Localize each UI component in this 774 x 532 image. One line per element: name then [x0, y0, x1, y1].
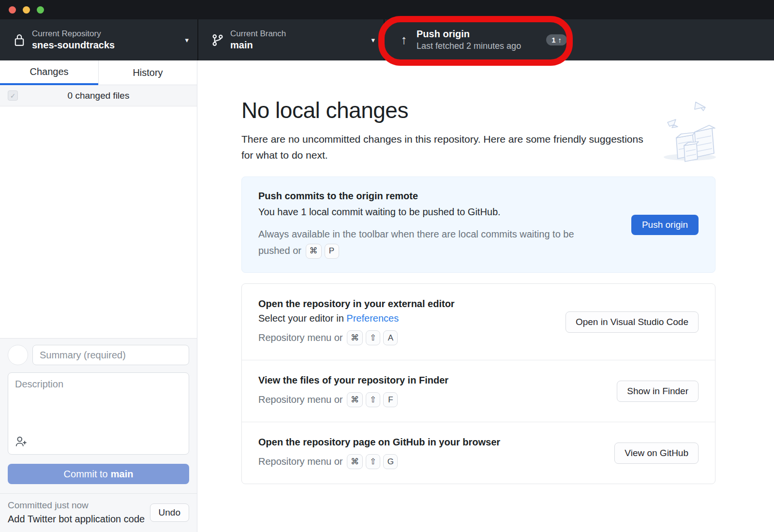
command-key-icon: ⌘ [347, 454, 363, 469]
push-origin-subtitle: Last fetched 2 minutes ago [417, 41, 546, 52]
suggestion-shortcut: Repository menu or ⌘⇧A [258, 330, 556, 345]
preferences-link[interactable]: Preferences [346, 313, 399, 324]
window-controls [9, 6, 44, 14]
commit-status-text: Committed just now [8, 500, 150, 512]
chevron-down-icon: ▾ [367, 36, 375, 44]
current-branch-name: main [230, 39, 367, 51]
current-branch-label: Current Branch [230, 29, 367, 39]
push-panel-body: You have 1 local commit waiting to be pu… [258, 207, 599, 218]
key-f: F [383, 392, 398, 407]
key-a: A [383, 330, 398, 345]
maximize-window-button[interactable] [37, 6, 44, 14]
page-subtitle: There are no uncommitted changes in this… [241, 132, 653, 163]
close-window-button[interactable] [9, 6, 16, 14]
sidebar-tabs: Changes History [0, 60, 197, 85]
current-repository-dropdown[interactable]: Current Repository snes-soundtracks ▾ [0, 19, 198, 60]
commit-summary-input[interactable] [32, 345, 189, 365]
current-repository-label: Current Repository [32, 29, 181, 39]
avatar [8, 345, 28, 365]
view-on-github-button[interactable]: View on GitHub [614, 443, 699, 464]
sidebar: Changes History ✓ 0 changed files Commit… [0, 60, 197, 532]
suggestion-shortcut: Repository menu or ⌘⇧F [258, 392, 607, 407]
suggestion-row-finder: View the files of your repository in Fin… [242, 360, 715, 422]
minimize-window-button[interactable] [23, 6, 30, 14]
command-key-icon: ⌘ [306, 244, 322, 259]
shift-key-icon: ⇧ [366, 392, 380, 407]
git-branch-icon [207, 33, 228, 47]
tab-history[interactable]: History [98, 60, 197, 85]
push-origin-title: Push origin [417, 28, 546, 40]
tab-changes[interactable]: Changes [0, 60, 98, 85]
undo-commit-button[interactable]: Undo [150, 503, 189, 522]
current-branch-dropdown[interactable]: Current Branch main ▾ [198, 19, 385, 60]
changes-list-empty [0, 106, 197, 338]
open-in-editor-button[interactable]: Open in Visual Studio Code [566, 311, 699, 333]
changed-files-row: ✓ 0 changed files [0, 85, 197, 106]
shift-key-icon: ⇧ [366, 330, 380, 345]
window-titlebar [0, 0, 774, 19]
changed-files-count: 0 changed files [18, 90, 179, 101]
suggestion-title: Open the repository page on GitHub in yo… [258, 437, 605, 448]
commit-form: Commit to main Committed just now Add Tw… [0, 338, 197, 532]
main-content-area: No local changes There are no uncommitte… [198, 60, 774, 532]
chevron-down-icon: ▾ [181, 36, 189, 44]
commit-to-main-button[interactable]: Commit to main [8, 464, 189, 484]
suggestion-title: View the files of your repository in Fin… [258, 375, 607, 386]
key-p: P [325, 244, 339, 259]
push-commits-panel: Push commits to the origin remote You ha… [241, 177, 715, 273]
suggestions-panel: Open the repository in your external edi… [241, 283, 715, 484]
page-title: No local changes [241, 97, 715, 123]
push-panel-hint: Always available in the toolbar when the… [258, 226, 599, 259]
select-all-checkbox[interactable]: ✓ [8, 90, 18, 101]
lock-icon [9, 33, 30, 47]
push-origin-toolbar-button[interactable]: ↑ Push origin Last fetched 2 minutes ago… [385, 19, 576, 60]
last-commit-row: Committed just now Add Twitter bot appli… [0, 493, 197, 532]
commit-description-input[interactable] [8, 373, 189, 454]
suggestion-title: Open the repository in your external edi… [258, 298, 556, 310]
suggestion-row-external-editor: Open the repository in your external edi… [242, 284, 715, 360]
arrow-up-icon: ↑ [558, 36, 562, 44]
push-count-badge: 1 ↑ [546, 34, 567, 45]
suggestion-row-github: Open the repository page on GitHub in yo… [242, 422, 715, 484]
paper-stack-illustration [658, 91, 722, 166]
key-g: G [383, 454, 398, 469]
push-panel-title: Push commits to the origin remote [258, 191, 599, 202]
command-key-icon: ⌘ [347, 392, 363, 407]
add-coauthor-icon[interactable] [15, 436, 28, 449]
show-in-finder-button[interactable]: Show in Finder [617, 381, 699, 402]
app-toolbar: Current Repository snes-soundtracks ▾ Cu… [0, 19, 774, 60]
suggestion-shortcut: Repository menu or ⌘⇧G [258, 454, 605, 469]
current-repository-name: snes-soundtracks [32, 39, 181, 51]
command-key-icon: ⌘ [347, 330, 363, 345]
shift-key-icon: ⇧ [366, 454, 380, 469]
arrow-up-icon: ↑ [393, 32, 415, 47]
commit-message-text: Add Twitter bot application code [8, 513, 150, 525]
push-origin-button[interactable]: Push origin [631, 215, 699, 235]
suggestion-line: Select your editor in Preferences [258, 313, 556, 324]
